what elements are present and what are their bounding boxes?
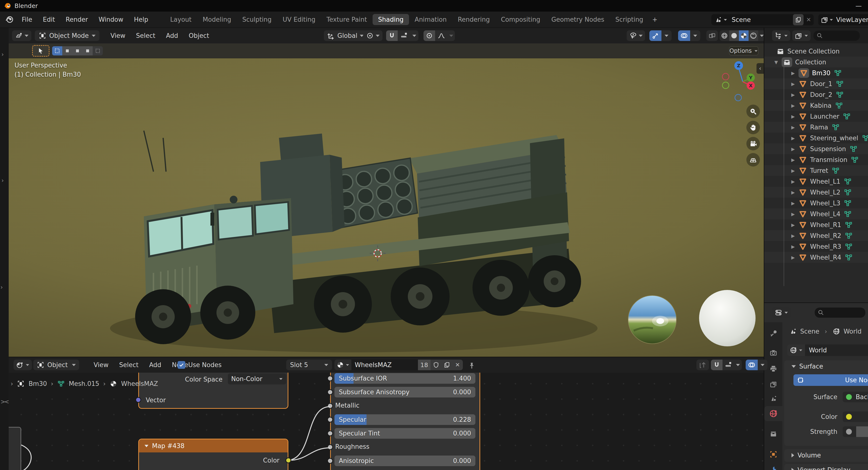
node-snap-toggle[interactable] <box>711 360 722 370</box>
tab-render[interactable] <box>764 345 782 360</box>
proportional-falloff[interactable] <box>435 30 447 41</box>
surface-shader-value[interactable]: Background <box>843 392 868 402</box>
use-nodes-checkbox[interactable] <box>178 361 185 369</box>
select-new-button[interactable] <box>52 46 62 56</box>
breadcrumb-mesh[interactable]: Mesh.015 <box>69 380 99 387</box>
gizmo-dropdown[interactable] <box>661 30 672 41</box>
gizmo-axis-z-neg[interactable] <box>735 94 742 101</box>
object-name[interactable]: Wheel_L4 <box>810 210 840 217</box>
select-extend-button[interactable] <box>62 46 72 56</box>
viewport-menu-view[interactable]: View <box>105 32 131 39</box>
tab-modeling[interactable]: Modeling <box>197 14 237 25</box>
slider-specular[interactable]: Specular0.228 <box>335 414 475 425</box>
new-scene-button[interactable] <box>793 14 804 25</box>
expand-panel-arrow[interactable]: › <box>1 177 4 184</box>
slot-selector[interactable]: Slot 5 <box>286 360 332 370</box>
slider-anisotropic[interactable]: Anisotropic0.000 <box>335 456 475 466</box>
proportional-edit-toggle[interactable] <box>424 30 435 41</box>
object-name[interactable]: Transmision <box>810 156 847 163</box>
options-button[interactable]: Options <box>729 46 758 56</box>
disclosure-closed-icon[interactable]: ▶ <box>791 179 799 184</box>
shader-menu-add[interactable]: Add <box>144 361 166 369</box>
shading-material-button[interactable] <box>739 30 749 41</box>
viewport-display-panel[interactable]: Viewport Display <box>784 464 868 470</box>
blender-menu-icon[interactable] <box>5 15 14 24</box>
material-users-button[interactable]: 18 <box>418 360 431 370</box>
menu-file[interactable]: File <box>17 16 38 23</box>
socket-anisotropic[interactable] <box>327 458 333 464</box>
tab-scene[interactable] <box>764 391 782 406</box>
transform-orientation-selector[interactable]: Global <box>324 30 367 41</box>
object-name[interactable]: Wheel_L2 <box>810 189 840 196</box>
snap-toggle[interactable] <box>386 30 398 41</box>
tab-modifiers[interactable] <box>764 462 782 470</box>
color-value[interactable] <box>843 411 868 422</box>
menu-help[interactable]: Help <box>129 16 153 23</box>
volume-panel[interactable]: Volume <box>784 449 868 462</box>
show-overlays-toggle[interactable] <box>678 30 690 41</box>
object-name[interactable]: Door_1 <box>810 80 832 88</box>
shader-editor-type-selector[interactable] <box>13 360 32 370</box>
outliner-row-wheel-r2[interactable]: ▶Wheel_R2 <box>764 230 868 241</box>
object-name[interactable]: Launcher <box>810 113 839 120</box>
outliner-row-kabina[interactable]: ▶Kabina <box>764 100 868 111</box>
tab-geometry-nodes[interactable]: Geometry Nodes <box>546 14 610 25</box>
node-snap-dropdown[interactable] <box>734 360 742 370</box>
area-corner-widget[interactable]: >< <box>0 398 8 405</box>
disclosure-closed-icon[interactable]: ▶ <box>791 81 799 87</box>
disclosure-closed-icon[interactable]: ▶ <box>791 157 799 163</box>
shading-rendered-button[interactable] <box>749 30 758 41</box>
menu-edit[interactable]: Edit <box>38 16 60 23</box>
color-space-dropdown[interactable]: Non-Color <box>228 373 286 384</box>
object-name[interactable]: Wheel_L1 <box>810 178 840 185</box>
disclosure-closed-icon[interactable]: ▶ <box>791 103 799 108</box>
outliner-row-wheel-l1[interactable]: ▶Wheel_L1 <box>764 176 868 187</box>
node-canvas[interactable]: Color Space Non-Color Vector Map #438 Co… <box>9 373 764 470</box>
mode-selector[interactable]: Object Mode <box>35 30 99 41</box>
outliner-row-wheel-r1[interactable]: ▶Wheel_R1 <box>764 219 868 230</box>
unlink-scene-button[interactable]: ✕ <box>804 14 814 25</box>
outliner-row-launcher[interactable]: ▶Launcher <box>764 111 868 122</box>
object-name[interactable]: Wheel_R4 <box>810 254 841 261</box>
object-name[interactable]: Bm30 <box>812 69 830 77</box>
outliner-row-wheel-l4[interactable]: ▶Wheel_L4 <box>764 208 868 219</box>
vector-socket[interactable] <box>135 397 141 403</box>
snap-to-selector[interactable] <box>398 30 410 41</box>
object-name[interactable]: Turret <box>810 167 828 174</box>
principled-bsdf-node[interactable]: Subsurface IOR1.400Subsurface Anisotropy… <box>330 373 480 470</box>
object-name[interactable]: Kabina <box>810 102 832 109</box>
partial-node[interactable] <box>9 427 21 470</box>
go-to-parent-node-tree[interactable] <box>696 360 709 370</box>
expand-panel-arrow-2[interactable]: › <box>0 284 3 291</box>
properties-editor-selector[interactable] <box>772 307 790 318</box>
pan-button[interactable] <box>746 121 760 134</box>
disclosure-open-icon[interactable]: ▼ <box>774 60 782 65</box>
gizmo-axis-y[interactable]: Y <box>747 73 755 82</box>
mapping-node[interactable]: Map #438 Color <box>138 439 288 470</box>
view-layer-selector[interactable]: ViewLayer <box>818 14 868 25</box>
socket-specular[interactable] <box>327 417 333 423</box>
tab-view-layer[interactable] <box>764 377 782 392</box>
object-name[interactable]: Suspension <box>810 145 846 153</box>
zoom-button[interactable] <box>746 105 760 118</box>
select-intersect-button[interactable] <box>93 46 103 56</box>
tab-scripting[interactable]: Scripting <box>610 14 649 25</box>
shader-menu-select[interactable]: Select <box>114 361 144 369</box>
strength-slider[interactable] <box>856 426 868 437</box>
object-name[interactable]: Collection <box>795 59 826 66</box>
slider-specular-tint[interactable]: Specular Tint0.000 <box>335 428 475 439</box>
use-nodes-button[interactable]: Use Nodes <box>794 374 868 386</box>
breadcrumb-scene[interactable]: Scene <box>800 328 819 335</box>
breadcrumb-material[interactable]: WheelsMAZ <box>121 380 158 387</box>
disclosure-closed-icon[interactable]: ▶ <box>791 146 799 152</box>
outliner-row-wheel-r4[interactable]: ▶Wheel_R4 <box>764 252 868 263</box>
outliner-row-bm30[interactable]: ▶Bm30 <box>764 67 868 78</box>
socket-subsurface-ior[interactable] <box>327 375 333 381</box>
tab-compositing[interactable]: Compositing <box>495 14 546 25</box>
outliner-display-mode[interactable] <box>792 30 811 41</box>
object-name[interactable]: Scene Collection <box>787 48 839 55</box>
disclosure-closed-icon[interactable]: ▶ <box>791 70 799 76</box>
object-name[interactable]: Rama <box>810 124 828 131</box>
socket-specular-tint[interactable] <box>327 431 333 436</box>
mapping-node-header[interactable]: Map #438 <box>139 439 288 452</box>
